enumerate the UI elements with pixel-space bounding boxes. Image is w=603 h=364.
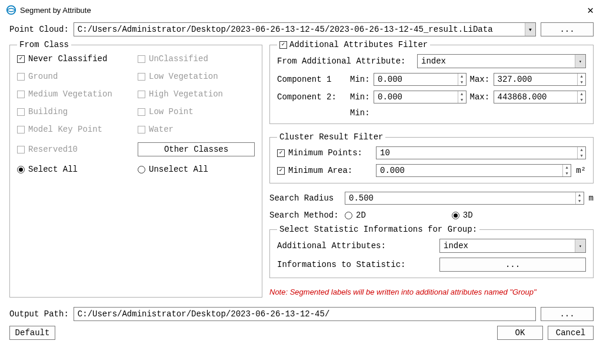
chk-never-classified[interactable]: Never Classified [17,54,134,64]
chk-low-point: Low Point [138,107,255,116]
other-classes-button[interactable]: Other Classes [138,142,255,156]
checkbox-icon [17,126,25,133]
informations-label: Informations to Statistic: [277,260,436,269]
note-text: Note: Segmented labels will be written i… [269,288,594,296]
output-row: Output Path: C:/Users/Administrator/Desk… [9,307,594,321]
spinner-arrows-icon[interactable]: ▲▼ [575,192,584,204]
chk-medium-vegetation: Medium Vegetation [17,89,134,99]
output-path-value: C:/Users/Administrator/Desktop/2023-06-2… [74,309,535,319]
statistics-legend: Select Statistic Informations for Group: [277,225,479,234]
comp2-max-input[interactable]: 443868.000▲▼ [494,91,587,103]
checkbox-icon [17,108,25,116]
checkbox-icon [17,91,25,98]
additional-attributes-label: Additional Attributes: [277,241,436,251]
pointcloud-browse-button[interactable]: ... [541,22,594,36]
area-unit: m² [576,166,586,175]
radio-2d[interactable]: 2D [345,211,366,220]
from-attribute-combo[interactable]: index ▾ [417,54,586,68]
chk-low-vegetation: Low Vegetation [138,72,255,81]
radio-3d[interactable]: 3D [452,211,473,220]
chk-min-points[interactable]: Minimum Points: [277,148,371,158]
additional-attributes-combo[interactable]: index ▾ [439,239,586,253]
max-label: Max: [470,92,490,102]
checkbox-icon [277,167,285,175]
comp2-min-input[interactable]: 0.000▲▼ [374,91,467,103]
radio-unselect-all[interactable]: Unselect All [138,165,255,174]
max-label: Max: [470,75,490,84]
additional-filter-group: Additional Attributes Filter From Additi… [269,40,594,124]
pointcloud-label: Point Cloud: [9,25,69,34]
spinner-arrows-icon[interactable]: ▲▼ [562,165,571,176]
chk-building: Building [17,107,134,116]
chk-min-area[interactable]: Minimum Area: [277,166,371,175]
dialog-content: Point Cloud: C:/Users/Administrator/Desk… [0,20,603,346]
component1-label: Component 1 [277,75,347,84]
statistics-group: Select Statistic Informations for Group:… [269,225,594,278]
pointcloud-combo[interactable]: C:/Users/Administrator/Desktop/2023-06-2… [74,22,536,36]
chk-model-key-point: Model Key Point [17,125,134,134]
checkbox-icon [277,149,285,157]
spinner-arrows-icon[interactable]: ▲▼ [577,147,585,159]
radius-unit: m [589,193,594,203]
checkbox-icon [17,146,25,153]
checkbox-icon [138,126,145,133]
output-label: Output Path: [9,309,69,319]
radio-select-all[interactable]: Select All [17,165,134,174]
output-browse-button[interactable]: ... [541,307,594,321]
checkbox-icon [279,41,287,49]
window-title: Segment by Attribute [20,6,91,15]
radio-icon [138,166,145,173]
min-label: Min: [350,75,370,84]
comp1-max-input[interactable]: 327.000▲▼ [494,73,587,86]
from-class-group: From Class Never Classified UnClassified… [9,40,262,298]
dropdown-icon[interactable]: ▼ [525,23,535,36]
checkbox-icon [138,91,145,98]
default-button[interactable]: Default [9,326,55,340]
component2-label: Component 2: [277,92,347,102]
comp1-min-input[interactable]: 0.000▲▼ [374,73,467,86]
chk-reserved10: Reserved10 [17,142,134,156]
min-label: Min: [350,92,370,102]
informations-button[interactable]: ... [439,258,586,272]
titlebar: Segment by Attribute ✕ [0,0,603,20]
min-area-input[interactable]: 0.000▲▼ [376,164,571,177]
extra-min-label: Min: [350,108,370,118]
search-radius-input[interactable]: 0.500▲▼ [345,192,584,205]
checkbox-icon [138,55,145,63]
footer-buttons: Default OK Cancel [9,326,594,340]
checkbox-icon [17,55,25,63]
cluster-filter-group: Cluster Result Filter Minimum Points: 10… [269,132,594,183]
checkbox-icon [138,108,145,116]
app-logo-icon [6,5,16,15]
search-radius-label: Search Radius [269,193,340,203]
radio-icon [17,166,25,173]
additional-filter-legend[interactable]: Additional Attributes Filter [277,40,430,49]
ok-button[interactable]: OK [497,326,543,340]
chk-water: Water [138,125,255,134]
spinner-arrows-icon[interactable]: ▲▼ [458,74,466,85]
min-points-input[interactable]: 10▲▼ [376,146,586,159]
spinner-arrows-icon[interactable]: ▲▼ [458,91,466,103]
svg-point-0 [7,6,15,14]
pointcloud-path: C:/Users/Administrator/Desktop/2023-06-2… [74,25,525,34]
cancel-button[interactable]: Cancel [548,326,594,340]
checkbox-icon [17,73,25,81]
radio-icon [345,212,352,219]
close-icon[interactable]: ✕ [584,4,597,16]
radio-icon [452,212,459,219]
pointcloud-row: Point Cloud: C:/Users/Administrator/Desk… [9,22,594,36]
chk-unclassified: UnClassified [138,54,255,64]
output-path-input[interactable]: C:/Users/Administrator/Desktop/2023-06-2… [74,307,536,321]
from-attribute-label: From Additional Attribute: [277,56,412,66]
chk-high-vegetation: High Vegetation [138,89,255,99]
cluster-filter-legend: Cluster Result Filter [277,132,385,142]
chk-ground: Ground [17,72,134,81]
spinner-arrows-icon[interactable]: ▲▼ [577,91,585,103]
checkbox-icon [138,73,145,81]
dropdown-icon[interactable]: ▾ [575,55,585,68]
search-method-label: Search Method: [269,211,340,220]
dropdown-icon[interactable]: ▾ [575,239,585,252]
from-class-legend: From Class [17,40,71,49]
spinner-arrows-icon[interactable]: ▲▼ [577,74,585,85]
